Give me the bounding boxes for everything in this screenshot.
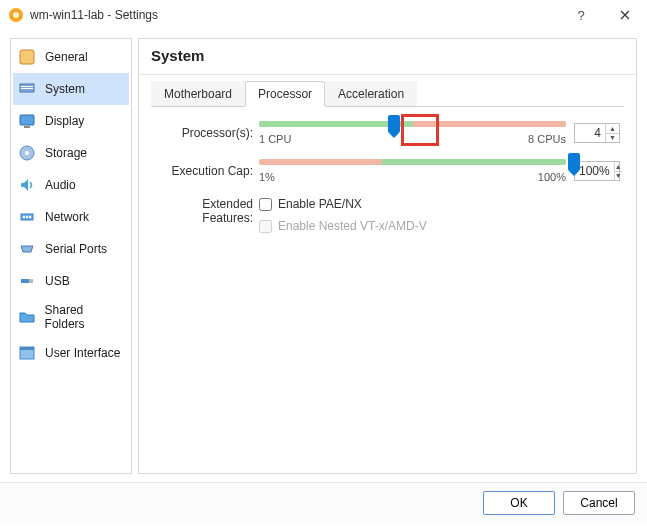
window-title: wm-win11-lab - Settings bbox=[30, 8, 158, 22]
spin-down-icon[interactable]: ▼ bbox=[605, 134, 619, 143]
svg-rect-2 bbox=[20, 50, 34, 64]
pae-label: Enable PAE/NX bbox=[278, 197, 362, 211]
sidebar-item-label: USB bbox=[45, 274, 70, 288]
svg-rect-12 bbox=[26, 216, 28, 218]
spin-down-icon[interactable]: ▼ bbox=[614, 172, 622, 181]
sidebar-item-label: Network bbox=[45, 210, 89, 224]
nested-checkbox-input bbox=[259, 220, 272, 233]
nested-label: Enable Nested VT-x/AMD-V bbox=[278, 219, 427, 233]
processor-slider-thumb[interactable] bbox=[388, 115, 400, 133]
processor-min: 1 CPU bbox=[259, 133, 291, 145]
audio-icon bbox=[17, 175, 37, 195]
sidebar-item-label: User Interface bbox=[45, 346, 120, 360]
ok-button[interactable]: OK bbox=[483, 491, 555, 515]
svg-rect-14 bbox=[21, 279, 29, 283]
content-pane: System Motherboard Processor Acceleratio… bbox=[138, 38, 637, 474]
page-title: System bbox=[151, 47, 624, 64]
sidebar-item-user-interface[interactable]: User Interface bbox=[13, 337, 129, 369]
svg-rect-7 bbox=[24, 126, 30, 128]
sidebar-item-display[interactable]: Display bbox=[13, 105, 129, 137]
nested-checkbox: Enable Nested VT-x/AMD-V bbox=[259, 219, 620, 233]
display-icon bbox=[17, 111, 37, 131]
svg-point-9 bbox=[25, 151, 29, 155]
spin-up-icon[interactable]: ▲ bbox=[605, 124, 619, 134]
execcap-slider[interactable]: 1% 100% bbox=[259, 159, 574, 183]
extended-label: Extended Features: bbox=[155, 197, 259, 225]
processor-value[interactable]: 4 bbox=[575, 124, 605, 142]
sidebar-item-label: Storage bbox=[45, 146, 87, 160]
sidebar-item-label: Shared Folders bbox=[45, 303, 125, 331]
sidebar-item-label: Serial Ports bbox=[45, 242, 107, 256]
ui-icon bbox=[17, 343, 37, 363]
general-icon bbox=[17, 47, 37, 67]
sidebar-item-usb[interactable]: USB bbox=[13, 265, 129, 297]
execcap-value[interactable]: 100% bbox=[575, 162, 614, 180]
svg-rect-11 bbox=[23, 216, 25, 218]
processor-spinbox[interactable]: 4 ▲▼ bbox=[574, 123, 620, 143]
title-bar: wm-win11-lab - Settings ? bbox=[0, 0, 647, 30]
tab-acceleration[interactable]: Acceleration bbox=[325, 81, 417, 107]
cancel-button[interactable]: Cancel bbox=[563, 491, 635, 515]
help-button[interactable]: ? bbox=[559, 0, 603, 30]
execcap-max: 100% bbox=[538, 171, 566, 183]
svg-rect-13 bbox=[29, 216, 31, 218]
tab-motherboard[interactable]: Motherboard bbox=[151, 81, 245, 107]
sidebar-item-system[interactable]: System bbox=[13, 73, 129, 105]
svg-rect-4 bbox=[21, 86, 33, 87]
sidebar-item-label: Audio bbox=[45, 178, 76, 192]
processor-max: 8 CPUs bbox=[528, 133, 566, 145]
svg-rect-15 bbox=[29, 279, 33, 283]
tab-bar: Motherboard Processor Acceleration bbox=[151, 81, 624, 107]
sidebar: General System Display Storage Audio Net… bbox=[10, 38, 132, 474]
execcap-min: 1% bbox=[259, 171, 275, 183]
sidebar-item-general[interactable]: General bbox=[13, 41, 129, 73]
sidebar-item-storage[interactable]: Storage bbox=[13, 137, 129, 169]
app-icon bbox=[8, 7, 24, 23]
svg-rect-5 bbox=[21, 88, 33, 89]
sidebar-item-audio[interactable]: Audio bbox=[13, 169, 129, 201]
sidebar-item-serial-ports[interactable]: Serial Ports bbox=[13, 233, 129, 265]
storage-icon bbox=[17, 143, 37, 163]
svg-point-1 bbox=[13, 12, 19, 18]
close-button[interactable] bbox=[603, 0, 647, 30]
sidebar-item-shared-folders[interactable]: Shared Folders bbox=[13, 297, 129, 337]
system-icon bbox=[17, 79, 37, 99]
network-icon bbox=[17, 207, 37, 227]
sidebar-item-label: Display bbox=[45, 114, 84, 128]
sidebar-item-label: System bbox=[45, 82, 85, 96]
sidebar-item-label: General bbox=[45, 50, 88, 64]
dialog-footer: OK Cancel bbox=[0, 482, 647, 523]
tab-processor[interactable]: Processor bbox=[245, 81, 325, 107]
processor-label: Processor(s): bbox=[155, 126, 259, 140]
execcap-spinbox[interactable]: 100% ▲▼ bbox=[574, 161, 620, 181]
usb-icon bbox=[17, 271, 37, 291]
serial-icon bbox=[17, 239, 37, 259]
execcap-label: Execution Cap: bbox=[155, 164, 259, 178]
sidebar-item-network[interactable]: Network bbox=[13, 201, 129, 233]
pae-checkbox-input[interactable] bbox=[259, 198, 272, 211]
spin-up-icon[interactable]: ▲ bbox=[614, 162, 622, 172]
folder-icon bbox=[17, 307, 37, 327]
svg-rect-6 bbox=[20, 115, 34, 125]
pae-checkbox[interactable]: Enable PAE/NX bbox=[259, 197, 620, 211]
execcap-slider-thumb[interactable] bbox=[568, 153, 580, 171]
processor-slider[interactable]: 1 CPU 8 CPUs bbox=[259, 121, 574, 145]
svg-rect-17 bbox=[20, 347, 34, 350]
